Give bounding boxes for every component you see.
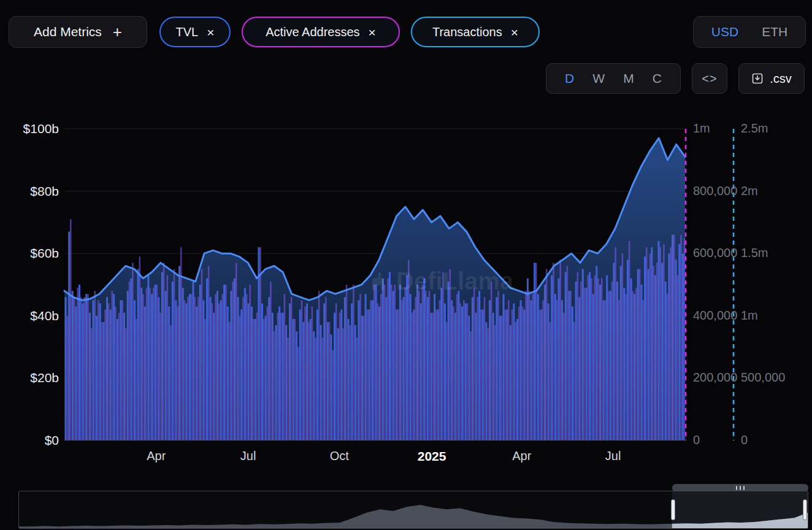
x-axis-tick: 2025 bbox=[418, 448, 446, 464]
main-chart[interactable] bbox=[0, 0, 812, 488]
x-axis-tick: Oct bbox=[330, 448, 349, 464]
y-axis-tvl-tick: $60b bbox=[11, 245, 59, 261]
y-axis-active-addresses-tick: 200,000 bbox=[693, 370, 737, 385]
y-axis-tvl-tick: $100b bbox=[11, 121, 59, 136]
x-axis-tick: Apr bbox=[512, 448, 531, 464]
y-axis-tvl-tick: $40b bbox=[11, 308, 59, 323]
y-axis-transactions-tick: 2m bbox=[741, 183, 758, 199]
y-axis-tvl-tick: $20b bbox=[11, 370, 59, 385]
grip-dot bbox=[736, 486, 737, 490]
y-axis-transactions-tick: 1.5m bbox=[741, 245, 768, 261]
watermark-text: DefiLlama bbox=[396, 267, 513, 295]
navigator[interactable] bbox=[18, 491, 808, 529]
x-axis-tick: Jul bbox=[240, 448, 256, 464]
y-axis-active-addresses-tick: 800,000 bbox=[693, 183, 737, 199]
navigator-right-handle[interactable] bbox=[803, 499, 807, 520]
x-axis-tick: Apr bbox=[147, 448, 166, 464]
watermark: DefiLlama bbox=[366, 267, 513, 295]
navigator-left-handle[interactable] bbox=[671, 499, 675, 520]
x-axis-tick: Jul bbox=[605, 448, 621, 464]
y-axis-active-addresses-tick: 600,000 bbox=[693, 245, 737, 261]
y-axis-active-addresses-tick: 1m bbox=[693, 121, 710, 136]
y-axis-transactions-tick: 2.5m bbox=[741, 121, 768, 136]
chart-region: DefiLlama $100b$80b$60b$40b$20b$01m800,0… bbox=[0, 0, 812, 488]
llama-logo-icon bbox=[366, 270, 389, 293]
y-axis-active-addresses-tick: 0 bbox=[693, 432, 700, 448]
y-axis-tvl-tick: $80b bbox=[11, 183, 59, 199]
navigator-chart[interactable] bbox=[19, 491, 808, 528]
y-axis-active-addresses-tick: 400,000 bbox=[693, 308, 737, 323]
y-axis-tvl-tick: $0 bbox=[11, 432, 59, 448]
y-axis-transactions-tick: 500,000 bbox=[741, 370, 785, 385]
grip-dot bbox=[740, 486, 741, 490]
y-axis-transactions-tick: 0 bbox=[741, 432, 748, 448]
y-axis-transactions-tick: 1m bbox=[741, 308, 758, 323]
grip-dot bbox=[743, 486, 745, 490]
defillama-chart-page: Add Metrics + TVL × Active Addresses × T… bbox=[0, 0, 812, 530]
